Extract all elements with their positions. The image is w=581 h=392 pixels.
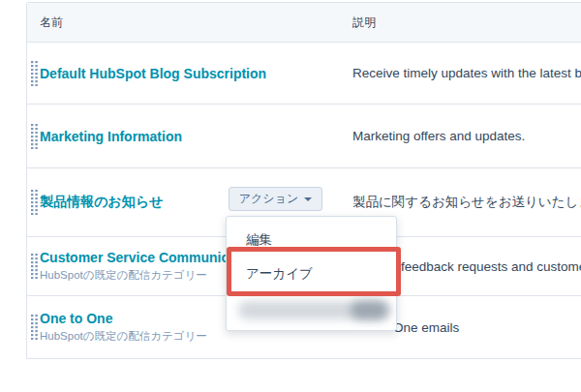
subscription-description: Marketing offers and updates. xyxy=(352,129,525,143)
subscription-category-label: HubSpotの既定の配信カテゴリー xyxy=(40,329,207,344)
subscription-name-link[interactable]: One to One xyxy=(40,311,207,326)
subscription-description: 製品に関するお知らせをお送りいたします xyxy=(352,194,581,211)
drag-handle-icon[interactable] xyxy=(31,315,38,340)
table-header-row: 名前 説明 xyxy=(27,3,581,43)
menu-item-edit[interactable]: 編集 xyxy=(227,223,396,257)
subscription-types-page: 名前 説明 Default HubSpot xyxy=(0,0,581,392)
drag-handle-icon[interactable] xyxy=(31,254,38,279)
actions-button-label: アクション xyxy=(239,191,298,207)
name-cell: Default HubSpot Blog Subscription xyxy=(27,61,352,86)
drag-handle-icon[interactable] xyxy=(31,190,38,215)
chevron-down-icon xyxy=(304,197,312,201)
subscription-name-link[interactable]: Default HubSpot Blog Subscription xyxy=(40,66,266,81)
column-header-description: 説明 xyxy=(352,15,376,31)
actions-dropdown-button[interactable]: アクション xyxy=(229,187,322,211)
subscription-description: One emails xyxy=(393,320,459,335)
menu-item-archive[interactable]: アーカイブ xyxy=(227,254,396,294)
table-row: Marketing Information Marketing offers a… xyxy=(27,105,581,168)
redaction-blur-dark xyxy=(351,301,387,319)
drag-handle-icon[interactable] xyxy=(31,124,38,149)
subscription-description: Receive timely updates with the latest b xyxy=(352,66,581,80)
menu-item-redacted[interactable] xyxy=(227,298,396,323)
actions-dropdown-menu: 編集 アーカイブ xyxy=(226,216,397,331)
drag-handle-icon[interactable] xyxy=(31,61,38,86)
subscription-description: feedback requests and custome xyxy=(401,259,581,274)
subscription-name-link[interactable]: 製品情報のお知らせ xyxy=(40,194,163,211)
name-cell: Marketing Information xyxy=(27,124,352,149)
column-header-name: 名前 xyxy=(27,15,352,31)
subscription-name-link[interactable]: Marketing Information xyxy=(40,129,182,144)
table-row: Default HubSpot Blog Subscription Receiv… xyxy=(27,43,581,105)
